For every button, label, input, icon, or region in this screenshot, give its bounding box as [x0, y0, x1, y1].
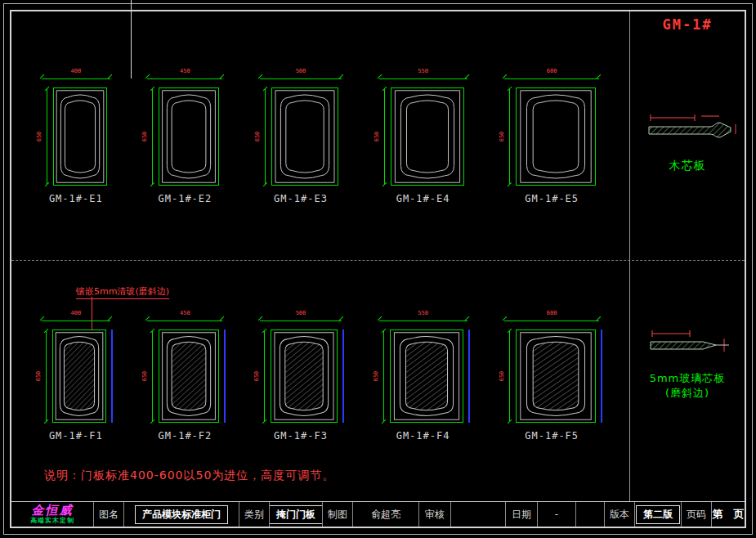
- width-dimension: 550: [379, 311, 467, 323]
- auditor-label: 审核: [419, 502, 451, 527]
- height-dimension-line: [383, 331, 384, 421]
- width-dimension-line: [260, 78, 342, 79]
- width-dimension: 550: [379, 69, 467, 81]
- door-label: GM-1#-F5: [525, 430, 579, 442]
- width-dimension-value: 500: [260, 310, 342, 316]
- solid-door-panel: [391, 87, 464, 186]
- drafter-label: 制图: [323, 502, 353, 527]
- height-dimension: 650: [145, 330, 155, 423]
- width-dimension: 500: [260, 69, 342, 81]
- width-dimension: 500: [260, 311, 342, 323]
- width-dimension: 600: [504, 311, 599, 323]
- glass-door-panel: [159, 330, 219, 423]
- door-label: GM-1#-E1: [49, 193, 103, 204]
- door-group: 450650 GM-1#-F2: [145, 311, 226, 442]
- door-wrap: 650: [376, 330, 470, 423]
- door-label: GM-1#-E3: [274, 193, 328, 204]
- height-dimension: 650: [39, 87, 50, 186]
- door-panel-drawing: [272, 88, 338, 185]
- glass-core-label-line1: 5mm玻璃芯板: [629, 371, 745, 386]
- width-dimension-line: [42, 78, 110, 79]
- width-dimension-value: 400: [42, 68, 110, 74]
- blue-dimension-line: [224, 330, 226, 423]
- mid-row-divider: [11, 260, 745, 261]
- door-wrap: 650: [377, 87, 470, 186]
- blue-dimension-line: [342, 330, 344, 423]
- height-dimension-value: 650: [254, 371, 261, 382]
- height-dimension: 650: [376, 330, 387, 423]
- door-panel-drawing: [391, 330, 463, 422]
- drawing-name-value: 产品模块标准柜门: [124, 502, 239, 527]
- auditor-value: [451, 502, 506, 527]
- door-label: GM-1#-E5: [525, 193, 579, 204]
- category-value: 掩门门板: [270, 502, 323, 527]
- glass-door-row: 400650 GM-1#-F1450650 GM-1#-F2500650 GM-…: [23, 311, 618, 442]
- door-group: 600650 GM-1#-E5: [502, 69, 602, 204]
- drawing-name-label: 图名: [94, 502, 124, 527]
- glass-door-panel: [390, 330, 463, 423]
- door-group: 600650 GM-1#-F5: [502, 311, 602, 442]
- glass-core-label-line2: (磨斜边): [629, 386, 745, 401]
- door-group: 500650 GM-1#-E3: [257, 69, 344, 204]
- door-label: GM-1#-F4: [396, 430, 450, 442]
- door-panel-drawing: [391, 88, 463, 185]
- width-dimension-value: 600: [504, 68, 599, 74]
- door-wrap: 650: [257, 330, 344, 423]
- width-dimension-value: 450: [147, 68, 222, 74]
- solid-door-row: 400650 GM-1#-E1450650 GM-1#-E2500650 GM-…: [23, 69, 618, 204]
- title-block: 金恒威 高端实木定制 图名 产品模块标准柜门 类别 掩门门板 制图 俞超亮 审核…: [11, 501, 745, 527]
- door-wrap: 650: [502, 87, 602, 186]
- solid-door-panel: [159, 87, 219, 186]
- version-value: 第二版: [635, 502, 682, 527]
- door-group: 400650 GM-1#-F1: [38, 311, 113, 442]
- glass-annotation: 镶嵌5mm清玻(磨斜边): [76, 285, 169, 299]
- height-dimension-line: [384, 89, 385, 184]
- width-dimension-line: [379, 321, 467, 321]
- height-dimension: 650: [38, 330, 49, 423]
- glass-door-panel: [52, 330, 106, 423]
- width-dimension-value: 450: [147, 310, 222, 316]
- height-dimension-value: 650: [373, 371, 379, 382]
- height-dimension: 650: [145, 87, 155, 186]
- height-dimension-value: 650: [499, 132, 506, 142]
- width-dimension-value: 500: [260, 68, 342, 74]
- width-dimension: 400: [42, 311, 110, 323]
- solid-door-panel: [271, 87, 338, 186]
- glass-door-panel: [516, 330, 596, 423]
- width-dimension-line: [379, 78, 467, 79]
- version-label: 版本: [605, 502, 635, 527]
- door-panel-drawing: [53, 330, 105, 422]
- height-dimension-line: [152, 331, 153, 421]
- category-text: 掩门门板: [270, 505, 323, 524]
- blue-dimension-line: [468, 330, 470, 423]
- door-label: GM-1#-E4: [396, 193, 450, 204]
- glass-door-panel: [271, 330, 338, 423]
- door-wrap: 650: [502, 330, 602, 423]
- height-dimension: 650: [377, 87, 387, 186]
- door-label: GM-1#-F3: [274, 430, 328, 442]
- construction-line: [131, 0, 132, 78]
- drafter-value: 俞超亮: [353, 502, 419, 527]
- width-dimension-line: [42, 321, 110, 321]
- door-label: GM-1#-F2: [158, 430, 212, 442]
- height-dimension-value: 650: [254, 132, 261, 142]
- cad-drawing-sheet: 400650 GM-1#-E1450650 GM-1#-E2500650 GM-…: [0, 0, 756, 538]
- page-value: 第 页: [712, 502, 745, 527]
- version-text: 第二版: [636, 505, 680, 524]
- height-dimension-value: 650: [141, 371, 148, 382]
- door-panel-drawing: [159, 330, 218, 422]
- door-group: 550650 GM-1#-F4: [376, 311, 470, 442]
- solid-door-panel: [516, 87, 596, 186]
- door-wrap: 650: [145, 87, 225, 186]
- door-wrap: 650: [145, 330, 226, 423]
- wood-core-section-drawing: [644, 111, 742, 150]
- width-dimension-line: [260, 321, 342, 321]
- door-label: GM-1#-E2: [158, 193, 212, 204]
- drawing-name-text: 产品模块标准柜门: [135, 505, 228, 524]
- height-dimension: 650: [502, 87, 512, 186]
- door-group: 550650 GM-1#-E4: [377, 69, 470, 204]
- door-group: 400650 GM-1#-E1: [39, 69, 113, 204]
- door-wrap: 650: [38, 330, 113, 423]
- category-label: 类别: [239, 502, 270, 527]
- door-panel-drawing: [54, 88, 106, 185]
